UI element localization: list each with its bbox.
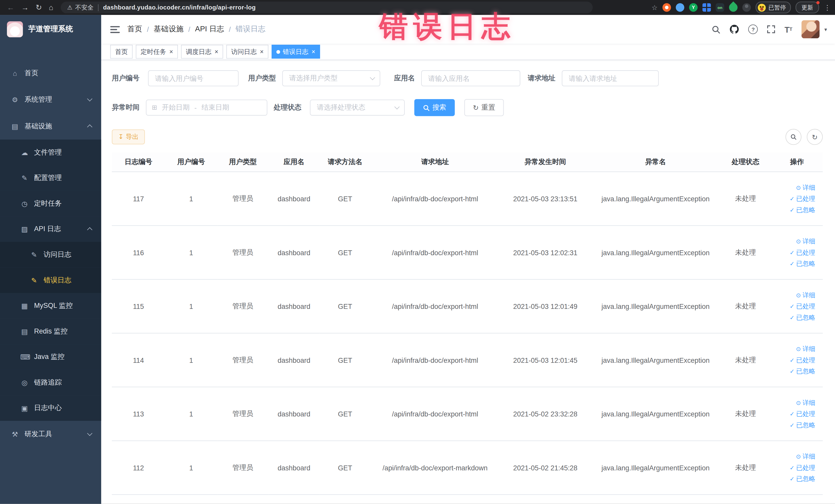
table-row: 113 1 管理员 dashboard GET /api/infra/db-do… (112, 387, 823, 441)
browser-back-icon[interactable]: ← (7, 0, 14, 15)
mark-ignored-link[interactable]: ✓已忽略 (790, 313, 815, 322)
mark-ignored-link[interactable]: ✓已忽略 (790, 259, 815, 268)
browser-toolbar: ← → ↻ ⌂ ⚠ 不安全 dashboard.yudao.iocoder.cn… (0, 0, 835, 15)
fullscreen-icon[interactable] (767, 25, 775, 34)
exception-time-range-picker[interactable]: ⊞ 开始日期 - 结束日期 (146, 100, 267, 116)
extension-drop-icon[interactable] (676, 3, 684, 12)
search-button[interactable]: 搜索 (414, 99, 455, 116)
sidebar-item-access-log[interactable]: ✎ 访问日志 (0, 242, 101, 267)
sidebar-item-java-monitor[interactable]: ⌨ Java 监控 (0, 344, 101, 370)
table-tools: ↻ (786, 129, 823, 145)
browser-forward-icon[interactable]: → (21, 0, 29, 15)
font-size-icon[interactable]: TT (785, 25, 792, 33)
tab-error-log[interactable]: 错误日志 × (271, 45, 320, 59)
sidebar-item-config-management[interactable]: ✎ 配置管理 (0, 165, 101, 191)
detail-link[interactable]: ⊙详细 (796, 237, 815, 246)
sidebar-item-api-logs[interactable]: ▨ API 日志 (0, 216, 101, 242)
refresh-table-button[interactable]: ↻ (807, 129, 823, 145)
breadcrumb-infrastructure[interactable]: 基础设施 (154, 24, 184, 34)
sidebar-toggle-icon[interactable] (110, 25, 120, 33)
sidebar-item-link-tracing[interactable]: ◎ 链路追踪 (0, 370, 101, 396)
request-url-input[interactable] (562, 70, 659, 86)
tab-access-log[interactable]: 访问日志 × (226, 45, 268, 59)
sidebar-item-label: Redis 监控 (34, 327, 67, 336)
paused-label: 已暂停 (769, 3, 786, 11)
sidebar-item-infrastructure[interactable]: ▤ 基础设施 (0, 113, 101, 140)
browser-reload-icon[interactable]: ↻ (36, 0, 42, 15)
detail-link[interactable]: ⊙详细 (796, 291, 815, 300)
app-logo[interactable]: 芋道管理系统 (0, 15, 101, 44)
detail-link[interactable]: ⊙详细 (796, 344, 815, 353)
user-avatar[interactable] (801, 20, 820, 39)
page-url[interactable]: dashboard.yudao.iocoder.cn/infra/log/api… (103, 4, 256, 11)
cell-user-id: 1 (165, 387, 217, 441)
browser-home-icon[interactable]: ⌂ (49, 0, 54, 15)
mark-ignored-link[interactable]: ✓已忽略 (790, 421, 815, 429)
mark-ignored-link[interactable]: ✓已忽略 (790, 474, 815, 483)
toggle-search-button[interactable] (786, 129, 801, 145)
sidebar-item-redis-monitor[interactable]: ▤ Redis 监控 (0, 319, 101, 344)
breadcrumb-home[interactable]: 首页 (127, 24, 142, 34)
mark-processed-link[interactable]: ✓已处理 (790, 463, 815, 472)
extension-on-icon[interactable]: on (716, 3, 724, 12)
cell-url: /api/infra/db-doc/export-html (371, 387, 500, 441)
chevron-down-icon (394, 104, 400, 109)
close-icon[interactable]: × (169, 48, 173, 55)
cell-status: 未处理 (720, 387, 771, 441)
user-type-select[interactable]: 请选择用户类型 (282, 70, 381, 86)
sidebar-item-error-log[interactable]: ✎ 错误日志 (0, 267, 101, 293)
col-status: 处理状态 (720, 152, 771, 172)
mark-ignored-link[interactable]: ✓已忽略 (790, 205, 815, 215)
extension-grid-icon[interactable] (702, 3, 711, 12)
tab-scheduler-log[interactable]: 调度日志 × (181, 45, 223, 59)
address-bar[interactable]: ⚠ 不安全 dashboard.yudao.iocoder.cn/infra/l… (61, 2, 593, 13)
mark-processed-link[interactable]: ✓已处理 (790, 194, 815, 203)
browser-update-button[interactable]: 更新 (795, 2, 819, 13)
col-method: 请求方法名 (320, 152, 371, 172)
bookmark-star-icon[interactable]: ☆ (651, 3, 658, 11)
user-id-input[interactable] (148, 70, 239, 86)
sidebar-item-mysql-monitor[interactable]: ▦ MySQL 监控 (0, 293, 101, 319)
close-icon[interactable]: × (260, 48, 264, 55)
sidebar-item-label: 文件管理 (34, 148, 62, 157)
close-icon[interactable]: × (312, 48, 315, 55)
cell-time: 2021-05-03 12:01:49 (500, 279, 591, 333)
detail-link[interactable]: ⊙详细 (796, 183, 815, 192)
mark-ignored-link[interactable]: ✓已忽略 (790, 367, 815, 376)
reset-button[interactable]: ↻ 重置 (464, 99, 504, 116)
row-actions: ⊙详细 ✓已处理 ✓已忽略 (773, 237, 821, 268)
security-label[interactable]: 不安全 (75, 3, 94, 11)
eye-icon: ⊙ (796, 399, 801, 406)
detail-link[interactable]: ⊙详细 (796, 452, 815, 461)
detail-link[interactable]: ⊙详细 (796, 398, 815, 407)
profile-paused-badge[interactable]: 已暂停 (756, 2, 791, 13)
sidebar-item-dev-tools[interactable]: ⚒ 研发工具 (0, 421, 101, 447)
sidebar-item-label: 链路追踪 (34, 378, 62, 387)
mark-processed-link[interactable]: ✓已处理 (790, 409, 815, 418)
help-icon[interactable]: ? (748, 24, 758, 34)
github-icon[interactable] (730, 24, 739, 34)
extension-leaf-icon[interactable] (727, 2, 739, 14)
sidebar-item-home[interactable]: ⌂ 首页 (0, 60, 101, 86)
mark-processed-link[interactable]: ✓已处理 (790, 356, 815, 365)
sidebar-item-system-management[interactable]: ⚙ 系统管理 (0, 86, 101, 113)
mark-processed-link[interactable]: ✓已处理 (790, 248, 815, 257)
extension-paw-icon[interactable] (742, 3, 751, 12)
sidebar-item-scheduled-tasks[interactable]: ◷ 定时任务 (0, 191, 101, 217)
app-name-input[interactable] (421, 70, 520, 86)
avatar-caret-icon[interactable]: ▾ (824, 26, 827, 32)
tab-home[interactable]: 首页 (110, 45, 133, 59)
close-icon[interactable]: × (215, 48, 219, 55)
tab-scheduled-tasks[interactable]: 定时任务 × (136, 45, 178, 59)
extension-orange-icon[interactable] (663, 3, 671, 12)
mark-processed-link[interactable]: ✓已处理 (790, 302, 815, 311)
sidebar-item-file-management[interactable]: ☁ 文件管理 (0, 140, 101, 165)
process-status-select[interactable]: 请选择处理状态 (310, 100, 405, 116)
browser-menu-icon[interactable]: ⋮ (824, 3, 831, 11)
export-button[interactable]: ↧ 导出 (112, 129, 145, 144)
sidebar-item-log-center[interactable]: ▣ 日志中心 (0, 395, 101, 421)
breadcrumb-api-logs[interactable]: API 日志 (195, 24, 224, 34)
user-id-label: 用户编号 (112, 74, 140, 83)
search-icon[interactable] (712, 25, 720, 34)
extension-y-icon[interactable]: Y (689, 3, 698, 12)
